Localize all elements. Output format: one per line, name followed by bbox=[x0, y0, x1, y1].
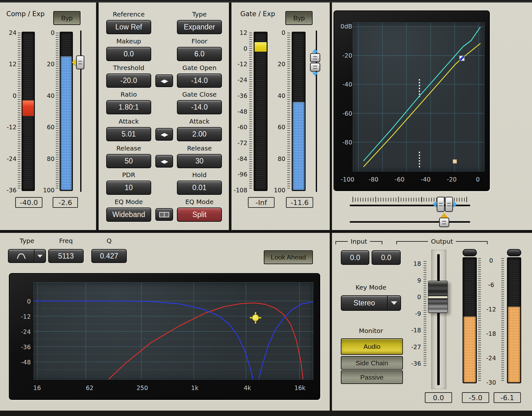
gate-open-value[interactable]: -14.0 bbox=[177, 74, 222, 88]
comp-gr-meter bbox=[22, 32, 35, 191]
input-gain-right[interactable]: 0.0 bbox=[372, 250, 401, 265]
freq-value[interactable]: 5113 bbox=[48, 249, 84, 263]
comp-release-value[interactable]: 50 bbox=[106, 154, 151, 168]
scale-label: 60 bbox=[278, 124, 285, 130]
bandpass-icon bbox=[9, 253, 34, 259]
scale-label: 0 bbox=[243, 45, 247, 51]
divider bbox=[96, 3, 99, 230]
eq-y-scale: 0-12-24-36-48 bbox=[14, 301, 31, 362]
floor-value[interactable]: 6.0 bbox=[177, 47, 222, 61]
transfer-x-scale: -100-80-60-40-200 bbox=[347, 176, 478, 183]
param-label: Threshold bbox=[106, 64, 151, 72]
scale-label: 0 bbox=[489, 258, 493, 264]
param-label: Hold bbox=[177, 171, 222, 179]
threshold-link-button[interactable]: ◀▶ bbox=[155, 74, 173, 87]
comp-energy-readout: -2.6 bbox=[53, 197, 78, 208]
scale-label: 40 bbox=[47, 93, 55, 99]
param-label: Floor bbox=[177, 37, 222, 45]
gate-bypass-button[interactable]: Byp bbox=[285, 11, 313, 25]
eq-mode-band-button[interactable] bbox=[155, 208, 173, 221]
release-link-button[interactable]: ◀▶ bbox=[155, 155, 173, 168]
gate-close-value[interactable]: -14.0 bbox=[177, 100, 222, 114]
attack-link-button[interactable]: ◀▶ bbox=[155, 128, 173, 141]
key-mode-dropdown[interactable]: Stereo bbox=[341, 295, 401, 311]
window-bottom-edge bbox=[0, 411, 532, 416]
output-meter-right bbox=[507, 257, 521, 383]
scale-label: 0 bbox=[27, 298, 31, 304]
scale-label: -24 bbox=[21, 329, 31, 335]
chevron-down-icon bbox=[35, 255, 45, 258]
chevron-down-icon bbox=[388, 301, 400, 305]
floor-handle-icon[interactable] bbox=[453, 159, 457, 163]
monitor-side-chain-button[interactable]: Side Chain bbox=[341, 356, 403, 370]
param-label: Reference bbox=[106, 10, 151, 18]
output-fader-slot[interactable] bbox=[437, 254, 440, 385]
output-meter-right-fill bbox=[508, 307, 520, 382]
plugin-window: Comp / Exp Byp 24120-12-24-36 -40.0 0204… bbox=[0, 0, 532, 416]
scale-label: -24 bbox=[237, 77, 247, 83]
comp-transfer-curve bbox=[364, 44, 480, 167]
transfer-plot bbox=[353, 22, 484, 171]
threshold-value[interactable]: -20.0 bbox=[106, 74, 151, 88]
graph-floor-slider-track[interactable] bbox=[350, 221, 470, 223]
scale-label: -12 bbox=[237, 61, 247, 67]
gate-release-value[interactable]: 30 bbox=[177, 154, 222, 168]
reference-value[interactable]: Low Ref bbox=[106, 20, 151, 34]
eq-handle-icon[interactable] bbox=[250, 312, 261, 323]
range-left-icon bbox=[433, 201, 437, 208]
filter-type-dropdown[interactable] bbox=[8, 249, 46, 263]
gate-level-readout: -Inf bbox=[248, 197, 275, 208]
divider bbox=[330, 3, 332, 411]
scale-label: -108 bbox=[234, 187, 247, 193]
monitor-passive-button[interactable]: Passive bbox=[341, 370, 403, 384]
monitor-audio-button[interactable]: Audio bbox=[341, 338, 403, 355]
slider-grip-icon bbox=[310, 53, 320, 62]
input-gain-left[interactable]: 0.0 bbox=[341, 250, 369, 265]
curve-handle-icon[interactable] bbox=[459, 56, 464, 61]
eq-mode-split-button[interactable]: Split bbox=[177, 208, 222, 222]
gate-attack-value[interactable]: 2.00 bbox=[177, 127, 222, 141]
scale-label: -12 bbox=[21, 314, 31, 320]
comp-bypass-button[interactable]: Byp bbox=[53, 11, 81, 25]
q-value[interactable]: 0.427 bbox=[91, 249, 127, 263]
look-ahead-button[interactable]: Look Ahead bbox=[264, 250, 313, 264]
scale-label: -27 bbox=[411, 344, 421, 350]
scale-label: 250 bbox=[136, 385, 148, 391]
input-label: Input bbox=[348, 238, 370, 245]
eq-mode-wideband-button[interactable]: Wideband bbox=[106, 208, 151, 222]
output-meter-left-fill bbox=[464, 317, 476, 382]
param-label: Release bbox=[106, 144, 151, 152]
scale-label: 16k bbox=[294, 385, 305, 391]
key-mode-value: Stereo bbox=[341, 299, 387, 307]
range-right-icon bbox=[453, 201, 457, 208]
param-label: Attack bbox=[106, 118, 151, 125]
slider-grip-icon bbox=[310, 63, 320, 72]
comp-attack-value[interactable]: 5.01 bbox=[106, 127, 151, 141]
scale-label: -60 bbox=[237, 124, 247, 130]
scale-label: 40 bbox=[278, 93, 285, 99]
threshold-marker bbox=[419, 79, 420, 97]
param-label: Release bbox=[177, 144, 222, 152]
type-label: Type bbox=[8, 237, 46, 245]
gate-energy-readout: -11.6 bbox=[286, 197, 313, 208]
scale-label: -24 bbox=[486, 355, 496, 361]
bandpass-curve bbox=[106, 303, 303, 379]
output-meter-left bbox=[463, 257, 477, 383]
comp-threshold-slider-handle[interactable] bbox=[72, 55, 84, 69]
ratio-value[interactable]: 1.80:1 bbox=[106, 100, 151, 114]
scale-label: -80 bbox=[342, 139, 352, 145]
pdr-value[interactable]: 10 bbox=[106, 181, 151, 195]
hold-value[interactable]: 0.01 bbox=[177, 181, 222, 195]
gate-energy-scale: 020406080100 bbox=[271, 33, 285, 190]
output-fader-knob[interactable] bbox=[428, 281, 448, 313]
split-band-icon bbox=[159, 212, 169, 217]
type-value[interactable]: Expander bbox=[177, 20, 222, 34]
makeup-value[interactable]: 0.0 bbox=[106, 47, 151, 61]
gate-level-band bbox=[255, 42, 267, 52]
graph-floor-slider-handle[interactable] bbox=[439, 213, 449, 227]
slider-pointer-up-icon bbox=[440, 213, 448, 218]
graph-range-slider-handle[interactable] bbox=[433, 197, 457, 212]
transfer-curves bbox=[353, 23, 484, 171]
scale-label: -20 bbox=[447, 176, 457, 182]
gate-threshold-slider-handle[interactable] bbox=[310, 49, 320, 76]
